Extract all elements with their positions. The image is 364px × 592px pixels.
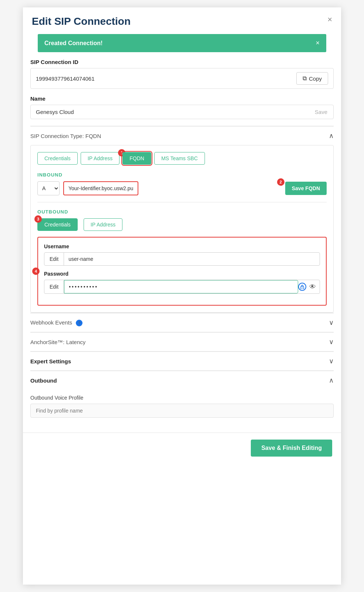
expert-settings-header[interactable]: Expert Settings ∨ [30,352,334,370]
credentials-box: Username Edit Password Edit [37,237,327,306]
expert-settings-section: Expert Settings ∨ [30,351,334,370]
modal-header: Edit SIP Connection × [23,7,341,34]
outbound-main-header[interactable]: Outbound ∧ [30,371,334,390]
fqdn-tab[interactable]: FQDN [122,152,151,165]
webhook-events-header[interactable]: Webhook Events ? ∨ [30,313,334,332]
sip-connection-type-title: SIP Connection Type: FQDN [30,133,101,139]
credentials-section: 4 Username Edit Password Edit [37,237,327,306]
copy-icon: ⧉ [303,75,307,82]
step3-badge: 3 [34,215,42,223]
password-edit-label: Edit [44,280,64,293]
password-input[interactable] [64,280,298,293]
ms-teams-tab[interactable]: MS Teams SBC [154,152,205,165]
step2-badge: 2 [277,178,284,186]
fqdn-tab-wrapper: FQDN [122,152,154,165]
ip-address-tab-wrapper: IP Address 1 [81,152,122,165]
fqdn-select[interactable]: A [37,181,60,195]
outbound-main-chevron: ∧ [329,376,334,384]
tabs-row: Credentials IP Address 1 FQDN MS Teams S… [37,152,327,165]
fqdn-input[interactable] [63,181,138,195]
name-label: Name [30,95,334,102]
outbound-main-section: Outbound ∧ Outbound Voice Profile [30,370,334,421]
webhook-events-title: Webhook Events ? [30,319,82,326]
sip-connection-type-chevron: ∧ [329,132,334,140]
copy-label: Copy [309,75,322,82]
lock-icon [298,283,306,291]
ip-address-tab[interactable]: IP Address [81,152,119,165]
password-field-row: Edit 👁 [44,280,320,294]
webhook-events-section: Webhook Events ? ∨ [30,313,334,332]
sip-connection-type-header[interactable]: SIP Connection Type: FQDN ∧ [30,126,334,145]
sip-connection-id-label: SIP Connection ID [30,59,334,65]
outbound-voice-profile-input[interactable] [30,404,334,418]
save-finish-button[interactable]: Save & Finish Editing [251,440,332,457]
success-banner-text: Created Connection! [44,40,102,47]
outbound-voice-profile-label: Outbound Voice Profile [30,395,334,401]
inbound-label: INBOUND [37,172,327,178]
copy-button[interactable]: ⧉ Copy [296,72,328,85]
outbound-credentials-tab-wrapper: 3 Credentials [37,218,81,231]
outbound-expanded-content: Outbound Voice Profile [30,390,334,421]
success-banner: Created Connection! × [38,34,326,52]
outbound-ip-address-tab[interactable]: IP Address [84,218,122,231]
outbound-sub-label: OUTBOUND [37,209,327,215]
close-button[interactable]: × [327,16,332,24]
outbound-main-title: Outbound [30,377,57,384]
sip-connection-id-value: 1999493779614074061 [36,75,296,82]
name-save-button[interactable]: Save [309,105,333,119]
username-label: Username [44,243,320,249]
cred-icons: 👁 [298,283,320,291]
anchor-site-header[interactable]: AnchorSite™: Latency ∨ [30,332,334,351]
webhook-events-chevron: ∨ [329,319,334,327]
modal-title: Edit SIP Connection [32,16,131,27]
sip-connection-type-box: Credentials IP Address 1 FQDN MS Teams S… [30,145,334,313]
anchor-site-title: AnchorSite™: Latency [30,339,85,345]
username-field-row: Edit [44,252,320,266]
divider [37,202,327,202]
help-icon[interactable]: ? [76,320,82,326]
expert-settings-title: Expert Settings [30,358,71,364]
password-label: Password [44,271,320,277]
ms-teams-tab-wrapper: MS Teams SBC [154,152,208,165]
footer: Save & Finish Editing [23,433,341,463]
username-input[interactable] [64,253,320,265]
edit-sip-modal: Edit SIP Connection × Created Connection… [23,7,341,585]
banner-close-button[interactable]: × [316,39,320,47]
outbound-credentials-tab[interactable]: Credentials [37,218,78,231]
name-row: Save [30,105,334,119]
sip-connection-id-row: 1999493779614074061 ⧉ Copy [30,68,334,89]
sip-connection-type-section: SIP Connection Type: FQDN ∧ Credentials … [30,126,334,313]
credentials-tab-wrapper: Credentials [37,152,81,165]
outbound-tabs: 3 Credentials IP Address [37,218,327,231]
svg-point-1 [302,287,303,288]
name-input[interactable] [31,105,309,119]
anchor-site-section: AnchorSite™: Latency ∨ [30,332,334,351]
expert-settings-chevron: ∨ [329,357,334,365]
anchor-site-chevron: ∨ [329,338,334,346]
save-fqdn-button[interactable]: Save FQDN [285,182,327,195]
eye-icon[interactable]: 👁 [309,283,316,291]
fqdn-input-wrapper: 2 [63,181,282,195]
fqdn-row: A 2 Save FQDN [37,181,327,195]
username-edit-label: Edit [44,253,64,265]
credentials-tab[interactable]: Credentials [37,152,78,165]
